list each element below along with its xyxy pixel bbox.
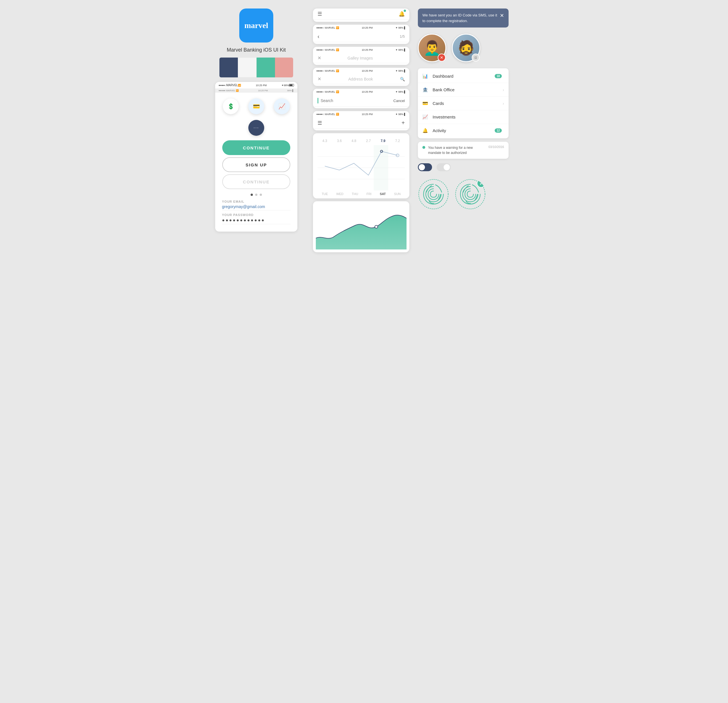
day-3: FRI: [367, 192, 372, 196]
ios-header-5: Cancel: [313, 95, 409, 107]
bluetooth-icon: ✦: [282, 84, 284, 87]
status-bar-2: ●●●●○ MARVEL 🛜 10:25 PM ✦ 98% ▌: [313, 25, 409, 31]
bt-2: ✦ 98% ▌: [396, 26, 406, 29]
activity-icon: 🔔: [422, 128, 429, 133]
nav-item-bank-office[interactable]: 🏦 Bank Office ›: [418, 83, 508, 97]
palette-swatch-4: [275, 58, 293, 77]
sms-text: We have sent you an ID Code via SMS, use…: [422, 13, 497, 23]
password-value: ●●●●●●●●●●●●: [222, 217, 290, 224]
middle-column: ☰ 🔔 ●●●●○ MARVEL 🛜 10:25 PM ✦ 98% ▌ ‹ 1/…: [313, 9, 409, 252]
left-column: marvel Marvel Banking iOS UI Kit ●●●●○ M…: [208, 9, 305, 252]
spacer-3: [313, 63, 409, 65]
cancel-text[interactable]: Cancel: [393, 99, 405, 103]
day-0: TUE: [322, 192, 328, 196]
palette-swatch-1: [220, 58, 238, 77]
marvel-logo-text: marvel: [244, 21, 268, 30]
status-bar-6: ●●●●○ MARVEL 🛜 10:25 PM ✦ 98% ▌: [313, 111, 409, 117]
fingerprint-unverified[interactable]: [418, 179, 449, 210]
ios-screen-address-book: ●●●●○ MARVEL 🛜 10:25 PM ✦ 98% ▌ ✕ Addres…: [313, 68, 409, 86]
cards-chevron: ›: [503, 101, 504, 106]
search-icon-address[interactable]: 🔍: [400, 77, 405, 81]
investments-label: Investments: [433, 114, 504, 119]
chart-val-1: 3.6: [337, 139, 342, 143]
dot-1: [251, 193, 253, 196]
bank-office-chevron: ›: [503, 88, 504, 92]
nav-item-activity[interactable]: 🔔 Activity 12: [418, 124, 508, 137]
bell-icon[interactable]: 🔔: [399, 11, 405, 17]
add-icon[interactable]: +: [402, 120, 405, 126]
address-book-title: Address Book: [321, 77, 400, 81]
sidebar-nav: 📊 Dashboard 18 🏦 Bank Office › 💳 Cards ›…: [418, 68, 508, 138]
password-label: YOUR PASSWORD: [222, 213, 290, 217]
activity-badge: 12: [495, 128, 502, 133]
chart-val-2: 4.8: [351, 139, 356, 143]
toggles-row: [418, 162, 508, 172]
cards-icon: 💳: [422, 101, 429, 106]
signal-5: ●●●●○ MARVEL 🛜: [316, 90, 339, 93]
dot-3: [260, 193, 262, 196]
hamburger-icon[interactable]: ☰: [318, 11, 322, 17]
time-2: 10:25 PM: [339, 26, 396, 29]
login-form: YOUR EMAIL gregorymay@gmail.com YOUR PAS…: [215, 198, 298, 229]
time-5: 10:25 PM: [339, 90, 396, 93]
fingerprint-verified[interactable]: ✓: [455, 179, 486, 210]
dollar-icon-btn[interactable]: 💲: [223, 98, 239, 114]
ios-header-3: ✕ Galley Images: [313, 53, 409, 63]
sms-notification: We have sent you an ID Code via SMS, use…: [418, 9, 508, 27]
chart-icon-btn[interactable]: 📈: [274, 98, 290, 114]
sec-signal: ●●●●● MARVEL 🛜: [218, 89, 239, 92]
signal-text: ●●●●○: [218, 84, 226, 87]
wifi-icon: 📶: [238, 84, 241, 87]
color-palette: [220, 58, 293, 77]
secondary-status-bar: ●●●●● MARVEL 🛜 10:25 PM 98% ▌: [215, 88, 298, 93]
day-4: SAT: [380, 192, 386, 196]
gallery-title: Galley Images: [321, 56, 399, 61]
palette-swatch-3: [257, 58, 275, 77]
warning-text: You have a warning for a new mandate to …: [428, 145, 485, 155]
hamburger-icon-2[interactable]: ☰: [318, 120, 322, 126]
close-icon-address[interactable]: ✕: [318, 76, 321, 82]
palette-swatch-2: [238, 58, 257, 77]
signal-4: ●●●●○ MARVEL 🛜: [316, 69, 339, 72]
svg-point-7: [419, 179, 448, 209]
carrier-text: MARVEL: [226, 84, 238, 87]
fingerprints-row: ✓: [418, 176, 508, 212]
sms-close-button[interactable]: ✕: [500, 13, 504, 19]
dashboard-label: Dashboard: [433, 74, 495, 78]
warning-date: 03/10/2016: [488, 145, 504, 149]
continue-disabled-button: CONTINUE: [222, 174, 290, 189]
time-4: 10:25 PM: [339, 69, 396, 72]
time-3: 10:25 PM: [339, 49, 396, 51]
nav-item-cards[interactable]: 💳 Cards ›: [418, 97, 508, 110]
sec-time: 10:25 PM: [258, 89, 267, 92]
ios-header-4: ✕ Address Book 🔍: [313, 74, 409, 84]
nav-item-dashboard[interactable]: 📊 Dashboard 18: [418, 69, 508, 83]
activity-label: Activity: [433, 128, 495, 133]
signal-6: ●●●●○ MARVEL 🛜: [316, 113, 339, 115]
back-icon[interactable]: ‹: [318, 33, 319, 40]
signal-3: ●●●●○ MARVEL 🛜: [316, 49, 339, 51]
nav-item-investments[interactable]: 📈 Investments: [418, 110, 508, 124]
chart-svg: [318, 145, 405, 191]
spacer-1: [313, 20, 409, 22]
line-chart-container: 4.3 3.6 4.8 2.7 7.9 7.2: [313, 133, 409, 198]
continue-primary-button[interactable]: CONTINUE: [222, 140, 290, 155]
bt-6: ✦ 98% ▌: [396, 113, 406, 115]
toggle-off[interactable]: [436, 163, 451, 171]
bank-office-icon: 🏦: [422, 87, 429, 92]
bt-5: ✦ 98% ▌: [396, 90, 406, 93]
search-input[interactable]: [318, 97, 393, 104]
time-text: 10:25 PM: [241, 84, 282, 87]
avatars-row: 👨‍🦱 ✕ 🧔 🖼: [418, 31, 508, 65]
ios-header-1: ☰ 🔔: [313, 9, 409, 20]
signup-button[interactable]: SIGN UP: [222, 157, 290, 172]
close-icon-gallery[interactable]: ✕: [318, 55, 321, 61]
chart-val-5: 7.2: [395, 139, 400, 143]
toggle-on[interactable]: [418, 163, 432, 171]
more-icon-btn[interactable]: ···: [248, 120, 264, 136]
avatar-badge-edit[interactable]: 🖼: [472, 53, 480, 62]
chart-val-0: 4.3: [322, 139, 327, 143]
avatar-badge-remove[interactable]: ✕: [438, 53, 446, 62]
card-icon-btn[interactable]: 💳: [248, 98, 264, 114]
status-bar-main: ●●●●○ MARVEL 📶 10:25 PM ✦ 98%: [215, 82, 298, 88]
